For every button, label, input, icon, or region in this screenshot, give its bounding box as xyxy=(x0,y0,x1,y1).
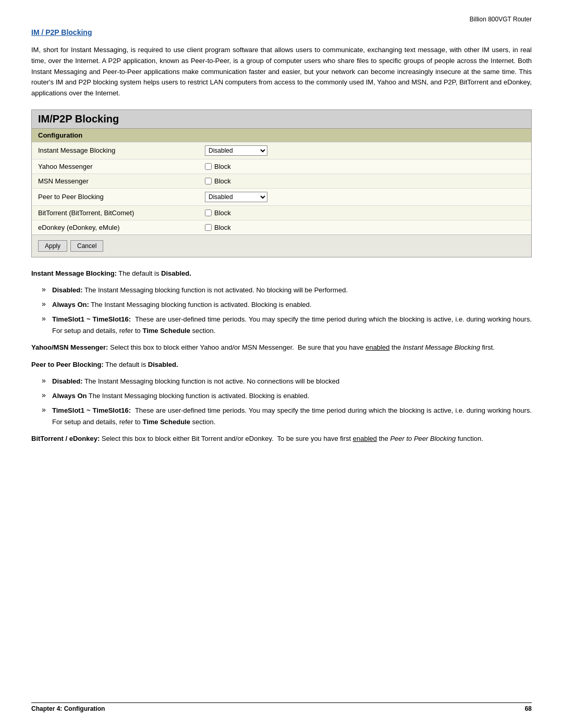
config-table: Instant Message Blocking Disabled Always… xyxy=(32,142,531,235)
button-row: Apply Cancel xyxy=(32,235,531,257)
im-blocking-heading: Instant Message Blocking: The default is… xyxy=(31,268,532,279)
apply-button[interactable]: Apply xyxy=(38,240,67,252)
instant-message-select[interactable]: Disabled Always On TimeSlot1 TimeSlot2 xyxy=(205,145,267,156)
row-value[interactable]: Block xyxy=(199,174,531,188)
row-label: MSN Messenger xyxy=(32,174,199,188)
yahoo-msn-desc: Yahoo/MSN Messenger: Select this box to … xyxy=(31,342,532,353)
edonkey-block-text: Block xyxy=(214,224,231,231)
list-item: Always On The Instant Messaging blocking… xyxy=(42,390,532,402)
edonkey-checkbox[interactable] xyxy=(205,224,212,231)
descriptions: Instant Message Blocking: The default is… xyxy=(31,268,532,445)
row-value[interactable]: Block xyxy=(199,205,531,220)
table-row: Peer to Peer Blocking Disabled Always On… xyxy=(32,188,531,205)
table-row: Yahoo Messenger Block xyxy=(32,159,531,174)
row-value[interactable]: Block xyxy=(199,159,531,174)
bittorrent-edonkey-desc: BitTorrent / eDonkey: Select this box to… xyxy=(31,433,532,445)
list-item: Disabled: The Instant Messaging blocking… xyxy=(42,376,532,387)
bittorrent-block-label[interactable]: Block xyxy=(205,209,525,217)
row-label: BitTorrent (BitTorrent, BitComet) xyxy=(32,205,199,220)
table-row: BitTorrent (BitTorrent, BitComet) Block xyxy=(32,205,531,220)
p2p-blocking-heading: Peer to Peer Blocking: The default is Di… xyxy=(31,359,532,371)
edonkey-block-label[interactable]: Block xyxy=(205,224,525,231)
bittorrent-block-text: Block xyxy=(214,209,231,217)
list-item: Disabled: The Instant Messaging blocking… xyxy=(42,285,532,296)
row-label: eDonkey (eDonkey, eMule) xyxy=(32,220,199,235)
intro-text: IM, short for Instant Messaging, is requ… xyxy=(31,45,532,99)
panel-title: IM/P2P Blocking xyxy=(32,110,531,129)
list-item: Always On: The Instant Messaging blockin… xyxy=(42,299,532,311)
msn-block-text: Block xyxy=(214,177,231,185)
row-value[interactable]: Disabled Always On TimeSlot1 TimeSlot2 xyxy=(199,188,531,205)
table-row: MSN Messenger Block xyxy=(32,174,531,188)
msn-checkbox[interactable] xyxy=(205,178,212,184)
chapter-label: Chapter 4: Configuration xyxy=(31,705,105,712)
yahoo-block-text: Block xyxy=(214,163,231,170)
msn-block-label[interactable]: Block xyxy=(205,177,525,185)
row-value[interactable]: Block xyxy=(199,220,531,235)
brand-text: Billion 800VGT Router xyxy=(470,16,532,23)
yahoo-checkbox[interactable] xyxy=(205,163,212,170)
cancel-button[interactable]: Cancel xyxy=(70,240,103,252)
bittorrent-checkbox[interactable] xyxy=(205,209,212,216)
page-title: IM / P2P Blocking xyxy=(31,28,532,36)
p2p-blocking-list: Disabled: The Instant Messaging blocking… xyxy=(42,376,532,428)
row-label: Yahoo Messenger xyxy=(32,159,199,174)
p2p-select[interactable]: Disabled Always On TimeSlot1 TimeSlot2 xyxy=(205,192,267,202)
im-blocking-bold: Instant Message Blocking: xyxy=(31,269,117,277)
im-blocking-bold2: Disabled. xyxy=(161,269,191,277)
im-blocking-list: Disabled: The Instant Messaging blocking… xyxy=(42,285,532,337)
blocking-panel: IM/P2P Blocking Configuration Instant Me… xyxy=(31,109,532,257)
row-value[interactable]: Disabled Always On TimeSlot1 TimeSlot2 xyxy=(199,142,531,159)
config-header: Configuration xyxy=(32,129,531,142)
table-row: Instant Message Blocking Disabled Always… xyxy=(32,142,531,159)
footer: Chapter 4: Configuration 68 xyxy=(31,702,532,712)
list-item: TimeSlot1 ~ TimeSlot16: These are user-d… xyxy=(42,314,532,337)
row-label: Peer to Peer Blocking xyxy=(32,188,199,205)
brand-header: Billion 800VGT Router xyxy=(31,16,532,23)
table-row: eDonkey (eDonkey, eMule) Block xyxy=(32,220,531,235)
yahoo-block-label[interactable]: Block xyxy=(205,163,525,170)
page-number: 68 xyxy=(525,705,532,712)
list-item: TimeSlot1 ~ TimeSlot16: These are user-d… xyxy=(42,405,532,428)
row-label: Instant Message Blocking xyxy=(32,142,199,159)
